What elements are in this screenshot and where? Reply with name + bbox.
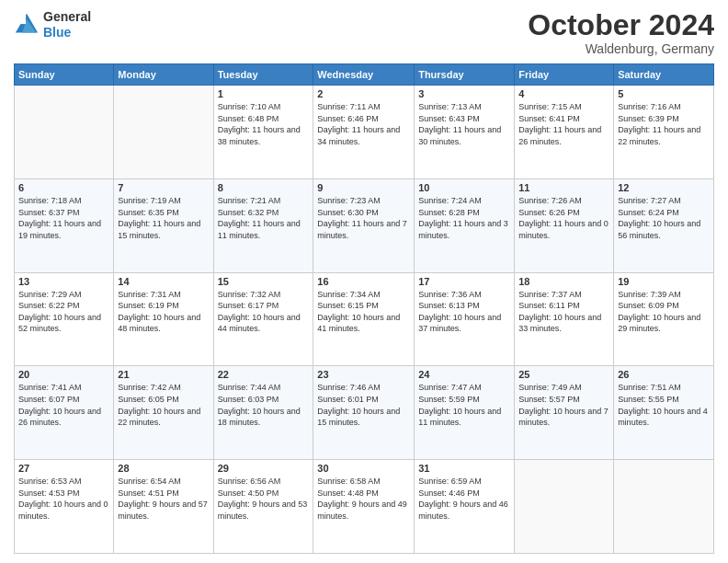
day-info: Sunrise: 7:18 AMSunset: 6:37 PMDaylight:… (18, 195, 109, 241)
calendar-cell: 31Sunrise: 6:59 AMSunset: 4:46 PMDayligh… (415, 460, 515, 554)
day-info: Sunrise: 6:56 AMSunset: 4:50 PMDaylight:… (218, 476, 310, 522)
day-number: 4 (518, 88, 609, 99)
day-info: Sunrise: 6:59 AMSunset: 4:46 PMDaylight:… (418, 476, 510, 522)
calendar-cell: 19Sunrise: 7:39 AMSunset: 6:09 PMDayligh… (614, 272, 714, 366)
calendar-cell: 16Sunrise: 7:34 AMSunset: 6:15 PMDayligh… (313, 272, 415, 366)
calendar-cell (614, 460, 714, 554)
calendar-cell: 28Sunrise: 6:54 AMSunset: 4:51 PMDayligh… (114, 460, 213, 554)
day-info: Sunrise: 7:37 AMSunset: 6:11 PMDaylight:… (518, 289, 609, 335)
calendar-cell (114, 86, 213, 179)
calendar-cell: 11Sunrise: 7:26 AMSunset: 6:26 PMDayligh… (515, 178, 614, 272)
logo-icon (14, 12, 40, 38)
header: General Blue October 2024 Waldenburg, Ge… (14, 9, 714, 56)
day-number: 30 (317, 463, 410, 474)
calendar-cell: 4Sunrise: 7:15 AMSunset: 6:41 PMDaylight… (515, 86, 614, 179)
calendar-cell: 8Sunrise: 7:21 AMSunset: 6:32 PMDaylight… (213, 178, 313, 272)
calendar-cell: 18Sunrise: 7:37 AMSunset: 6:11 PMDayligh… (515, 272, 614, 366)
calendar-cell: 22Sunrise: 7:44 AMSunset: 6:03 PMDayligh… (213, 366, 313, 460)
calendar-cell: 7Sunrise: 7:19 AMSunset: 6:35 PMDaylight… (114, 178, 213, 272)
day-number: 9 (317, 182, 410, 193)
day-info: Sunrise: 6:54 AMSunset: 4:51 PMDaylight:… (118, 476, 209, 522)
day-number: 19 (618, 276, 710, 287)
day-number: 7 (118, 182, 209, 193)
day-number: 20 (18, 369, 109, 380)
calendar-cell: 6Sunrise: 7:18 AMSunset: 6:37 PMDaylight… (15, 178, 114, 272)
weekday-header: Thursday (415, 64, 515, 86)
weekday-header: Tuesday (213, 64, 313, 86)
day-number: 22 (218, 369, 310, 380)
calendar-week: 6Sunrise: 7:18 AMSunset: 6:37 PMDaylight… (15, 178, 714, 272)
day-number: 3 (418, 88, 510, 99)
logo-text: General Blue (43, 9, 91, 40)
day-info: Sunrise: 7:49 AMSunset: 5:57 PMDaylight:… (518, 382, 609, 428)
day-info: Sunrise: 7:47 AMSunset: 5:59 PMDaylight:… (418, 382, 510, 428)
day-info: Sunrise: 7:15 AMSunset: 6:41 PMDaylight:… (518, 101, 609, 147)
day-info: Sunrise: 7:36 AMSunset: 6:13 PMDaylight:… (418, 289, 510, 335)
weekday-header: Sunday (15, 64, 114, 86)
title-block: October 2024 Waldenburg, Germany (528, 9, 714, 56)
day-info: Sunrise: 7:13 AMSunset: 6:43 PMDaylight:… (418, 101, 510, 147)
calendar-cell: 23Sunrise: 7:46 AMSunset: 6:01 PMDayligh… (313, 366, 415, 460)
logo-general: General (43, 9, 91, 24)
calendar-cell: 25Sunrise: 7:49 AMSunset: 5:57 PMDayligh… (515, 366, 614, 460)
day-number: 14 (118, 276, 209, 287)
day-info: Sunrise: 7:21 AMSunset: 6:32 PMDaylight:… (218, 195, 310, 241)
day-number: 12 (618, 182, 710, 193)
day-info: Sunrise: 6:53 AMSunset: 4:53 PMDaylight:… (18, 476, 109, 522)
weekday-header: Wednesday (313, 64, 415, 86)
calendar-cell: 14Sunrise: 7:31 AMSunset: 6:19 PMDayligh… (114, 272, 213, 366)
day-info: Sunrise: 7:51 AMSunset: 5:55 PMDaylight:… (618, 382, 710, 428)
calendar-body: 1Sunrise: 7:10 AMSunset: 6:48 PMDaylight… (15, 86, 714, 554)
day-info: Sunrise: 7:11 AMSunset: 6:46 PMDaylight:… (317, 101, 410, 147)
calendar-cell: 15Sunrise: 7:32 AMSunset: 6:17 PMDayligh… (213, 272, 313, 366)
day-number: 13 (18, 276, 109, 287)
weekday-header: Monday (114, 64, 213, 86)
day-info: Sunrise: 7:39 AMSunset: 6:09 PMDaylight:… (618, 289, 710, 335)
day-number: 2 (317, 88, 410, 99)
day-info: Sunrise: 7:42 AMSunset: 6:05 PMDaylight:… (118, 382, 209, 428)
calendar-cell: 12Sunrise: 7:27 AMSunset: 6:24 PMDayligh… (614, 178, 714, 272)
calendar-cell: 10Sunrise: 7:24 AMSunset: 6:28 PMDayligh… (415, 178, 515, 272)
calendar-cell (15, 86, 114, 179)
month-title: October 2024 (528, 9, 714, 41)
calendar-cell: 9Sunrise: 7:23 AMSunset: 6:30 PMDaylight… (313, 178, 415, 272)
calendar-cell: 5Sunrise: 7:16 AMSunset: 6:39 PMDaylight… (614, 86, 714, 179)
weekday-header: Friday (515, 64, 614, 86)
logo: General Blue (14, 9, 91, 40)
day-number: 28 (118, 463, 209, 474)
calendar-week: 13Sunrise: 7:29 AMSunset: 6:22 PMDayligh… (15, 272, 714, 366)
day-number: 10 (418, 182, 510, 193)
day-number: 18 (518, 276, 609, 287)
day-number: 5 (618, 88, 710, 99)
calendar-cell: 20Sunrise: 7:41 AMSunset: 6:07 PMDayligh… (15, 366, 114, 460)
day-number: 11 (518, 182, 609, 193)
calendar-cell (515, 460, 614, 554)
day-info: Sunrise: 7:29 AMSunset: 6:22 PMDaylight:… (18, 289, 109, 335)
day-info: Sunrise: 7:32 AMSunset: 6:17 PMDaylight:… (218, 289, 310, 335)
calendar: SundayMondayTuesdayWednesdayThursdayFrid… (14, 63, 714, 554)
calendar-cell: 24Sunrise: 7:47 AMSunset: 5:59 PMDayligh… (415, 366, 515, 460)
weekday-row: SundayMondayTuesdayWednesdayThursdayFrid… (15, 64, 714, 86)
day-number: 8 (218, 182, 310, 193)
day-info: Sunrise: 7:46 AMSunset: 6:01 PMDaylight:… (317, 382, 410, 428)
day-number: 27 (18, 463, 109, 474)
day-number: 31 (418, 463, 510, 474)
day-info: Sunrise: 6:58 AMSunset: 4:48 PMDaylight:… (317, 476, 410, 522)
calendar-cell: 27Sunrise: 6:53 AMSunset: 4:53 PMDayligh… (15, 460, 114, 554)
weekday-header: Saturday (614, 64, 714, 86)
calendar-cell: 13Sunrise: 7:29 AMSunset: 6:22 PMDayligh… (15, 272, 114, 366)
location: Waldenburg, Germany (528, 41, 714, 56)
day-number: 16 (317, 276, 410, 287)
calendar-cell: 21Sunrise: 7:42 AMSunset: 6:05 PMDayligh… (114, 366, 213, 460)
page: General Blue October 2024 Waldenburg, Ge… (0, 0, 728, 563)
day-number: 15 (218, 276, 310, 287)
calendar-cell: 29Sunrise: 6:56 AMSunset: 4:50 PMDayligh… (213, 460, 313, 554)
calendar-cell: 17Sunrise: 7:36 AMSunset: 6:13 PMDayligh… (415, 272, 515, 366)
day-number: 29 (218, 463, 310, 474)
calendar-week: 20Sunrise: 7:41 AMSunset: 6:07 PMDayligh… (15, 366, 714, 460)
day-info: Sunrise: 7:27 AMSunset: 6:24 PMDaylight:… (618, 195, 710, 241)
calendar-cell: 3Sunrise: 7:13 AMSunset: 6:43 PMDaylight… (415, 86, 515, 179)
calendar-header: SundayMondayTuesdayWednesdayThursdayFrid… (15, 64, 714, 86)
day-number: 1 (218, 88, 310, 99)
day-info: Sunrise: 7:19 AMSunset: 6:35 PMDaylight:… (118, 195, 209, 241)
